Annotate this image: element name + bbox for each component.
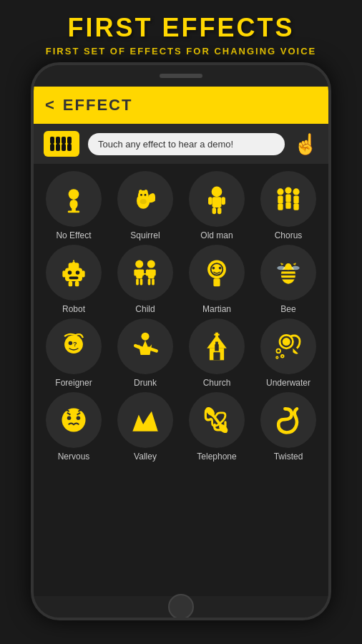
svg-rect-80 [215,342,218,346]
effect-telephone[interactable]: Telephone [182,392,251,462]
svg-point-70 [285,263,291,270]
screen-title: EFFECT [63,96,133,114]
svg-rect-44 [82,270,85,277]
effect-label-child: Child [135,304,155,314]
effect-label-underwater: Underwater [266,378,310,388]
svg-point-29 [293,188,299,195]
svg-point-63 [212,267,215,270]
svg-point-71 [277,266,285,270]
effect-nervous[interactable]: Nervous [39,392,108,462]
svg-rect-5 [67,137,72,144]
svg-rect-56 [152,269,156,275]
svg-point-20 [140,199,147,204]
svg-rect-4 [62,137,66,144]
svg-rect-8 [62,144,66,151]
effect-valley[interactable]: Valley [111,392,180,462]
screen: < EFFECT Touch any effect to hear a [34,87,328,596]
effect-label-foreigner: Foreigner [55,378,92,388]
phone-speaker [160,74,202,78]
svg-rect-58 [152,278,155,285]
svg-point-72 [292,266,300,270]
effect-label-nervous: Nervous [58,452,90,462]
svg-point-40 [68,270,72,275]
svg-point-21 [212,187,222,197]
back-button[interactable]: < [45,96,54,114]
svg-rect-34 [285,203,290,209]
svg-rect-51 [136,278,139,285]
effect-label-robot: Robot [62,304,85,314]
svg-point-10 [69,189,79,200]
svg-point-19 [145,194,147,196]
svg-rect-3 [56,137,60,144]
home-button[interactable] [168,594,194,620]
svg-rect-23 [208,197,212,205]
demo-message: Touch any effect to hear a demo! [88,133,285,155]
app-title-area: FIRST EFFECTS FIRST SET OF EFFECTS FOR C… [0,0,362,62]
effect-label-old-man: Old man [200,230,233,240]
svg-point-89 [62,408,85,431]
svg-point-86 [276,349,280,353]
svg-rect-43 [62,270,66,277]
effect-bee[interactable]: Bee [254,245,323,314]
svg-point-53 [147,260,155,268]
effect-child[interactable]: Child [111,245,180,314]
effect-church[interactable]: Church [182,318,251,388]
effect-label-martian: Martian [202,304,231,314]
svg-rect-30 [278,195,283,203]
effect-label-twisted: Twisted [274,452,303,462]
effect-label-chorus: Chorus [275,230,303,240]
app-subtitle: FIRST SET OF EFFECTS FOR CHANGING VOICE [0,46,362,57]
effects-grid: No Effect Squirrel [34,164,328,596]
svg-rect-2 [50,137,54,144]
svg-point-88 [276,356,278,358]
svg-rect-31 [285,195,290,203]
svg-rect-24 [221,197,225,205]
effect-foreigner[interactable]: ? Foreigner [39,318,108,388]
svg-rect-6 [50,144,54,151]
effect-robot[interactable]: Robot [39,245,108,314]
svg-point-64 [219,267,222,270]
effect-drunk[interactable]: Drunk [111,318,180,388]
svg-rect-55 [146,269,150,275]
effect-chorus[interactable]: Chorus [254,171,323,240]
svg-point-76 [141,333,149,341]
phone-bottom-bar [34,596,328,618]
phone-frame: < EFFECT Touch any effect to hear a [31,62,331,620]
effect-twisted[interactable]: Twisted [254,392,323,462]
phone-top-bar [34,65,328,87]
effect-label-drunk: Drunk [134,378,157,388]
teeth-icon [44,131,79,157]
svg-rect-49 [134,269,137,275]
effect-no-effect[interactable]: No Effect [39,171,108,240]
app-title: FIRST EFFECTS [0,13,362,43]
effect-label-squirrel: Squirrel [130,230,160,240]
effect-label-telephone: Telephone [197,452,236,462]
effect-label-valley: Valley [134,452,157,462]
svg-point-90 [67,416,72,420]
svg-rect-7 [56,144,60,151]
svg-point-18 [140,194,142,196]
demo-bar: Touch any effect to hear a demo! ☝️ [34,124,328,164]
svg-point-91 [77,416,81,420]
hand-pointer-icon: ☝️ [293,132,318,156]
effect-label-no-effect: No Effect [56,230,91,240]
svg-rect-52 [140,278,143,285]
svg-rect-25 [212,208,217,214]
svg-text:?: ? [73,341,77,348]
svg-rect-13 [68,211,80,213]
svg-point-74 [69,341,73,346]
svg-rect-50 [141,269,145,275]
svg-rect-83 [213,352,220,360]
svg-point-41 [76,270,80,275]
effect-squirrel[interactable]: Squirrel [111,171,180,240]
effect-old-man[interactable]: Old man [182,171,251,240]
svg-point-38 [72,261,75,264]
svg-rect-22 [212,197,222,208]
effect-underwater[interactable]: Underwater [254,318,323,388]
svg-rect-42 [69,277,79,280]
effect-martian[interactable]: Martian [182,245,251,314]
svg-rect-65 [213,278,220,286]
svg-point-28 [285,187,291,193]
svg-rect-46 [75,281,79,286]
svg-point-87 [281,355,284,358]
